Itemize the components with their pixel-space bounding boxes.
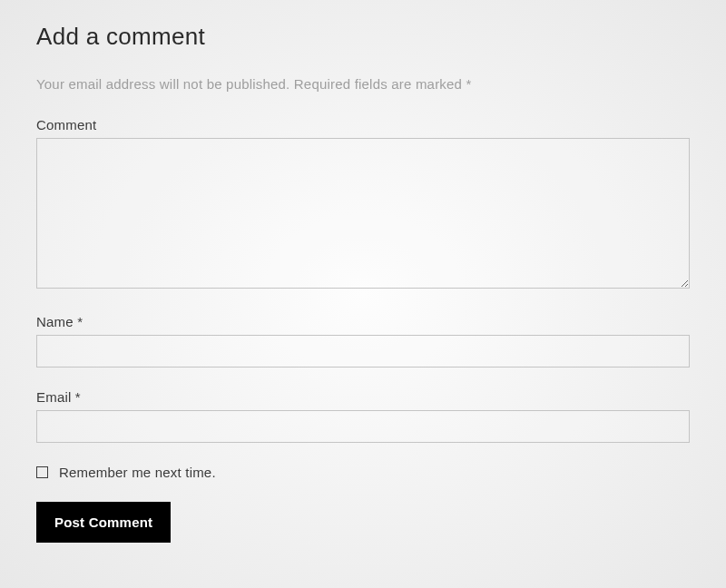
name-field-group: Name * xyxy=(36,314,690,368)
comment-label: Comment xyxy=(36,117,690,132)
form-title: Add a comment xyxy=(36,23,690,51)
comment-textarea[interactable] xyxy=(36,138,690,289)
form-notice: Your email address will not be published… xyxy=(36,76,690,92)
remember-checkbox-row[interactable]: Remember me next time. xyxy=(36,465,690,480)
post-comment-button[interactable]: Post Comment xyxy=(36,502,171,543)
email-field-group: Email * xyxy=(36,389,690,443)
email-label: Email * xyxy=(36,389,690,405)
checkbox-icon[interactable] xyxy=(36,466,48,478)
comment-field-group: Comment xyxy=(36,117,690,292)
email-input[interactable] xyxy=(36,410,690,443)
name-input[interactable] xyxy=(36,335,690,368)
remember-label[interactable]: Remember me next time. xyxy=(59,465,216,480)
name-label: Name * xyxy=(36,314,690,329)
